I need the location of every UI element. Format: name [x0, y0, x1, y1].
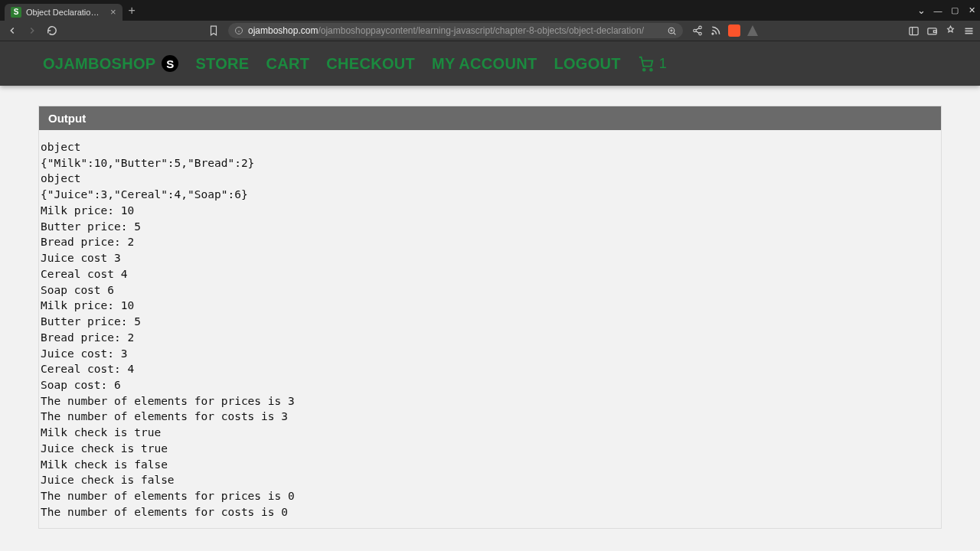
arrow-left-icon [7, 25, 18, 36]
page-viewport[interactable]: OJAMBOSHOP S STORE CART CHECKOUT MY ACCO… [0, 41, 980, 551]
share-icon[interactable] [691, 24, 704, 37]
brand-logo-icon: S [162, 55, 178, 72]
cart-count: 1 [659, 56, 667, 72]
nav-checkout[interactable]: CHECKOUT [326, 55, 415, 73]
new-tab-button[interactable]: + [129, 4, 136, 18]
wallet-icon[interactable] [925, 24, 939, 37]
url-text: ojamboshop.com/ojamboshoppaycontent/lear… [248, 25, 662, 36]
brave-shields-icon[interactable] [727, 24, 741, 37]
close-window-button[interactable]: ✕ [963, 0, 980, 21]
zoom-icon[interactable] [667, 26, 677, 36]
rss-icon[interactable] [709, 24, 723, 37]
reload-icon [47, 25, 57, 36]
brand-text: OJAMBOSHOP [43, 55, 155, 73]
svg-point-5 [699, 26, 702, 29]
svg-line-9 [696, 31, 699, 33]
browser-tab[interactable]: S Object Declaration - Ojamb × [5, 4, 122, 21]
arrow-right-icon [27, 25, 38, 36]
svg-point-6 [694, 29, 697, 32]
site-info-icon[interactable] [234, 26, 243, 35]
window-controls: ⌄ — ▢ ✕ [913, 0, 980, 21]
chevron-down-icon[interactable]: ⌄ [913, 0, 929, 21]
page-content: Output object {"Milk":10,"Butter":5,"Bre… [0, 86, 980, 551]
svg-point-7 [699, 32, 702, 35]
favicon-icon: S [11, 7, 21, 18]
nav-account[interactable]: MY ACCOUNT [432, 55, 537, 73]
svg-point-10 [712, 33, 714, 34]
cart-button[interactable]: 1 [638, 55, 667, 72]
back-button[interactable] [5, 23, 20, 38]
nav-logout[interactable]: LOGOUT [554, 55, 620, 73]
sidebar-icon[interactable] [906, 24, 920, 37]
output-header: Output [39, 106, 941, 130]
svg-rect-11 [909, 27, 917, 34]
nav-cart[interactable]: CART [266, 55, 310, 73]
tab-strip: S Object Declaration - Ojamb × + [0, 0, 136, 21]
minimize-button[interactable]: — [929, 0, 946, 21]
reload-button[interactable] [44, 23, 60, 38]
svg-rect-13 [927, 28, 936, 34]
close-tab-icon[interactable]: × [110, 6, 116, 18]
extensions-icon[interactable] [943, 24, 957, 37]
nav-store[interactable]: STORE [195, 55, 249, 73]
bookmark-icon[interactable] [207, 24, 220, 37]
svg-line-2 [674, 32, 676, 34]
address-bar[interactable]: ojamboshop.com/ojamboshoppaycontent/lear… [228, 23, 683, 38]
output-body: object {"Milk":10,"Butter":5,"Bread":2} … [39, 130, 941, 528]
site-brand-link[interactable]: OJAMBOSHOP S [43, 55, 178, 73]
output-panel: Output object {"Milk":10,"Butter":5,"Bre… [38, 106, 942, 529]
cart-icon [638, 55, 655, 72]
svg-rect-14 [933, 30, 936, 32]
window-titlebar: S Object Declaration - Ojamb × + ⌄ — ▢ ✕ [0, 0, 980, 21]
svg-line-8 [696, 28, 699, 30]
maximize-button[interactable]: ▢ [946, 0, 963, 21]
menu-icon[interactable] [962, 24, 975, 37]
browser-toolbar: ojamboshop.com/ojamboshoppaycontent/lear… [0, 21, 980, 41]
forward-button[interactable] [24, 23, 40, 38]
svg-point-18 [643, 69, 645, 71]
svg-point-19 [650, 69, 652, 71]
brave-rewards-icon[interactable] [746, 24, 760, 37]
site-header: OJAMBOSHOP S STORE CART CHECKOUT MY ACCO… [0, 41, 980, 86]
tab-title: Object Declaration - Ojamb [26, 8, 103, 17]
